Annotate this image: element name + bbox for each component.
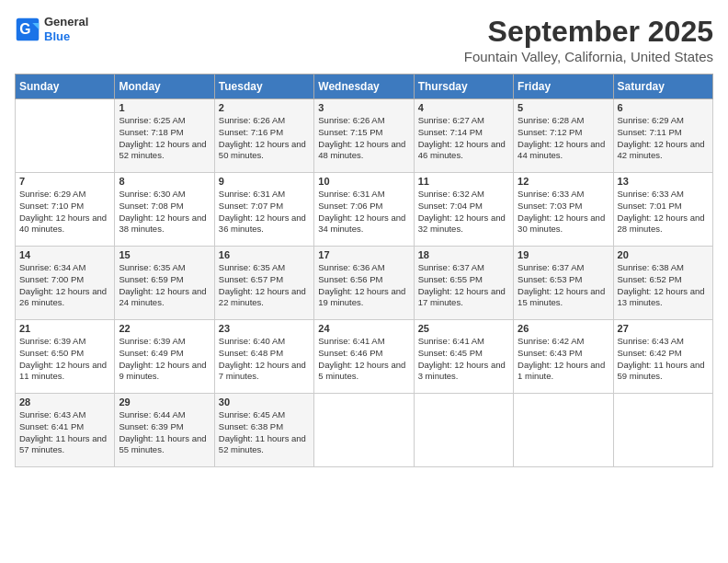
day-info: Sunrise: 6:33 AMSunset: 7:01 PMDaylight:… [618, 189, 709, 236]
day-number: 2 [219, 102, 310, 113]
day-info: Sunrise: 6:30 AMSunset: 7:08 PMDaylight:… [119, 189, 210, 236]
day-info: Sunrise: 6:43 AMSunset: 6:42 PMDaylight:… [618, 336, 709, 383]
day-number: 27 [618, 323, 709, 334]
day-number: 4 [418, 102, 509, 113]
day-number: 10 [318, 176, 409, 187]
day-info: Sunrise: 6:38 AMSunset: 6:52 PMDaylight:… [618, 262, 709, 309]
day-cell: 15Sunrise: 6:35 AMSunset: 6:59 PMDayligh… [115, 247, 214, 320]
day-header-wednesday: Wednesday [314, 75, 414, 99]
day-info: Sunrise: 6:29 AMSunset: 7:10 PMDaylight:… [19, 189, 110, 236]
week-row-2: 7Sunrise: 6:29 AMSunset: 7:10 PMDaylight… [16, 173, 713, 247]
week-row-1: 1Sunrise: 6:25 AMSunset: 7:18 PMDaylight… [16, 99, 713, 173]
day-cell: 1Sunrise: 6:25 AMSunset: 7:18 PMDaylight… [115, 99, 214, 173]
day-info: Sunrise: 6:35 AMSunset: 6:57 PMDaylight:… [219, 262, 310, 309]
day-info: Sunrise: 6:31 AMSunset: 7:06 PMDaylight:… [318, 189, 409, 236]
calendar-header: SundayMondayTuesdayWednesdayThursdayFrid… [16, 75, 713, 99]
day-cell: 30Sunrise: 6:45 AMSunset: 6:38 PMDayligh… [214, 394, 313, 467]
day-info: Sunrise: 6:29 AMSunset: 7:11 PMDaylight:… [618, 115, 709, 162]
week-row-4: 21Sunrise: 6:39 AMSunset: 6:50 PMDayligh… [16, 320, 713, 394]
day-number: 22 [119, 323, 210, 334]
day-number: 23 [219, 323, 310, 334]
day-header-thursday: Thursday [414, 75, 513, 99]
day-number: 5 [518, 102, 609, 113]
day-info: Sunrise: 6:33 AMSunset: 7:03 PMDaylight:… [518, 189, 609, 236]
day-cell: 24Sunrise: 6:41 AMSunset: 6:46 PMDayligh… [314, 320, 414, 394]
day-number: 24 [318, 323, 409, 334]
day-number: 3 [318, 102, 409, 113]
day-number: 30 [219, 396, 310, 408]
week-row-5: 28Sunrise: 6:43 AMSunset: 6:41 PMDayligh… [16, 394, 713, 467]
calendar-body: 1Sunrise: 6:25 AMSunset: 7:18 PMDaylight… [16, 99, 713, 467]
day-header-saturday: Saturday [613, 75, 712, 99]
day-info: Sunrise: 6:37 AMSunset: 6:53 PMDaylight:… [518, 262, 609, 309]
day-header-sunday: Sunday [16, 75, 115, 99]
day-info: Sunrise: 6:41 AMSunset: 6:46 PMDaylight:… [318, 336, 409, 383]
day-info: Sunrise: 6:32 AMSunset: 7:04 PMDaylight:… [418, 189, 509, 236]
day-cell: 7Sunrise: 6:29 AMSunset: 7:10 PMDaylight… [16, 173, 115, 247]
day-info: Sunrise: 6:25 AMSunset: 7:18 PMDaylight:… [119, 115, 210, 162]
day-cell: 9Sunrise: 6:31 AMSunset: 7:07 PMDaylight… [214, 173, 313, 247]
day-cell: 22Sunrise: 6:39 AMSunset: 6:49 PMDayligh… [115, 320, 214, 394]
day-number: 21 [19, 323, 110, 334]
day-info: Sunrise: 6:40 AMSunset: 6:48 PMDaylight:… [219, 336, 310, 383]
day-number: 1 [119, 102, 210, 113]
day-info: Sunrise: 6:41 AMSunset: 6:45 PMDaylight:… [418, 336, 509, 383]
day-cell [16, 99, 115, 173]
day-cell: 21Sunrise: 6:39 AMSunset: 6:50 PMDayligh… [16, 320, 115, 394]
day-info: Sunrise: 6:35 AMSunset: 6:59 PMDaylight:… [119, 262, 210, 309]
week-row-3: 14Sunrise: 6:34 AMSunset: 7:00 PMDayligh… [16, 247, 713, 320]
day-info: Sunrise: 6:43 AMSunset: 6:41 PMDaylight:… [19, 409, 110, 456]
day-cell: 13Sunrise: 6:33 AMSunset: 7:01 PMDayligh… [613, 173, 712, 247]
day-info: Sunrise: 6:34 AMSunset: 7:00 PMDaylight:… [19, 262, 110, 309]
day-number: 8 [119, 176, 210, 187]
day-info: Sunrise: 6:36 AMSunset: 6:56 PMDaylight:… [318, 262, 409, 309]
day-cell: 19Sunrise: 6:37 AMSunset: 6:53 PMDayligh… [514, 247, 613, 320]
day-cell [514, 394, 613, 467]
day-number: 26 [518, 323, 609, 334]
day-info: Sunrise: 6:26 AMSunset: 7:16 PMDaylight:… [219, 115, 310, 162]
day-number: 28 [19, 396, 110, 408]
logo: G General Blue [15, 15, 88, 43]
day-number: 13 [618, 176, 709, 187]
day-cell: 11Sunrise: 6:32 AMSunset: 7:04 PMDayligh… [414, 173, 513, 247]
day-cell [314, 394, 414, 467]
day-number: 11 [418, 176, 509, 187]
days-row: SundayMondayTuesdayWednesdayThursdayFrid… [16, 75, 713, 99]
calendar-table: SundayMondayTuesdayWednesdayThursdayFrid… [15, 74, 713, 467]
day-cell: 14Sunrise: 6:34 AMSunset: 7:00 PMDayligh… [16, 247, 115, 320]
day-number: 6 [618, 102, 709, 113]
day-number: 17 [318, 249, 409, 260]
day-cell: 8Sunrise: 6:30 AMSunset: 7:08 PMDaylight… [115, 173, 214, 247]
day-cell: 23Sunrise: 6:40 AMSunset: 6:48 PMDayligh… [214, 320, 313, 394]
day-number: 25 [418, 323, 509, 334]
svg-text:G: G [19, 21, 30, 37]
day-cell: 5Sunrise: 6:28 AMSunset: 7:12 PMDaylight… [514, 99, 613, 173]
day-number: 19 [518, 249, 609, 260]
location-title: Fountain Valley, California, United Stat… [464, 49, 713, 64]
day-cell: 2Sunrise: 6:26 AMSunset: 7:16 PMDaylight… [214, 99, 313, 173]
day-cell: 20Sunrise: 6:38 AMSunset: 6:52 PMDayligh… [613, 247, 712, 320]
day-cell: 18Sunrise: 6:37 AMSunset: 6:55 PMDayligh… [414, 247, 513, 320]
day-info: Sunrise: 6:45 AMSunset: 6:38 PMDaylight:… [219, 409, 310, 456]
day-number: 15 [119, 249, 210, 260]
day-cell: 17Sunrise: 6:36 AMSunset: 6:56 PMDayligh… [314, 247, 414, 320]
day-number: 7 [19, 176, 110, 187]
day-cell: 10Sunrise: 6:31 AMSunset: 7:06 PMDayligh… [314, 173, 414, 247]
day-info: Sunrise: 6:39 AMSunset: 6:50 PMDaylight:… [19, 336, 110, 383]
day-cell [613, 394, 712, 467]
day-cell: 6Sunrise: 6:29 AMSunset: 7:11 PMDaylight… [613, 99, 712, 173]
day-cell: 27Sunrise: 6:43 AMSunset: 6:42 PMDayligh… [613, 320, 712, 394]
day-number: 14 [19, 249, 110, 260]
logo-blue-text: Blue [44, 29, 70, 43]
day-cell [414, 394, 513, 467]
day-info: Sunrise: 6:27 AMSunset: 7:14 PMDaylight:… [418, 115, 509, 162]
day-number: 12 [518, 176, 609, 187]
page-header: G General Blue September 2025 Fountain V… [15, 15, 713, 64]
day-cell: 26Sunrise: 6:42 AMSunset: 6:43 PMDayligh… [514, 320, 613, 394]
day-header-friday: Friday [514, 75, 613, 99]
day-header-monday: Monday [115, 75, 214, 99]
day-cell: 16Sunrise: 6:35 AMSunset: 6:57 PMDayligh… [214, 247, 313, 320]
day-info: Sunrise: 6:44 AMSunset: 6:39 PMDaylight:… [119, 409, 210, 456]
day-number: 9 [219, 176, 310, 187]
logo-general-text: General [44, 15, 88, 29]
